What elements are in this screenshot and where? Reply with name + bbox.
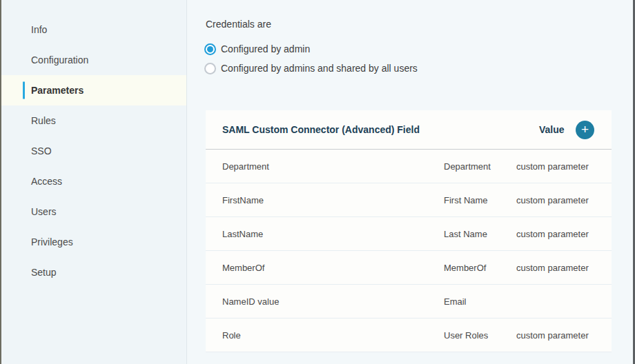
table-row[interactable]: LastName Last Name custom parameter [206, 217, 612, 251]
app-window: Info Configuration Parameters Rules SSO [0, 0, 635, 364]
sidebar-item[interactable]: Users [1, 196, 186, 227]
cell-value: First Name [444, 195, 516, 205]
cell-value: User Roles [444, 330, 516, 341]
table-row[interactable]: FirstName First Name custom parameter [206, 183, 612, 217]
sidebar-item[interactable]: Rules [1, 105, 186, 136]
sidebar-item-label: Rules [31, 115, 56, 126]
sidebar-item-label: SSO [31, 145, 52, 156]
cell-field: FirstName [206, 195, 444, 205]
table-row[interactable]: MemberOf MemberOf custom parameter [206, 251, 612, 285]
credentials-radio-group: Configured by admin Configured by admins… [204, 39, 418, 78]
sidebar-item-label: Setup [31, 267, 57, 278]
parameters-table: SAML Custom Connector (Advanced) Field V… [206, 110, 612, 352]
cell-field: Role [206, 330, 444, 341]
cell-param-type: custom parameter [516, 195, 612, 205]
cell-field: NameID value [206, 296, 444, 307]
radio-dot [207, 46, 213, 52]
sidebar-item[interactable]: Access [1, 166, 186, 196]
sidebar-item-label: Users [31, 206, 57, 217]
cell-param-type: custom parameter [516, 330, 612, 341]
sidebar-item-label: Configuration [31, 54, 88, 65]
cell-param-type: custom parameter [516, 229, 612, 239]
table-header-row: SAML Custom Connector (Advanced) Field V… [206, 110, 612, 150]
sidebar-nav: Info Configuration Parameters Rules SSO [1, 0, 187, 364]
radio-button-icon[interactable] [204, 43, 216, 55]
radio-button-icon[interactable] [204, 63, 216, 74]
cell-param-type: custom parameter [516, 161, 612, 172]
cell-value: Last Name [444, 229, 516, 239]
credentials-label: Credentials are [206, 19, 271, 30]
plus-icon: + [581, 123, 589, 136]
sidebar-item[interactable]: Info [1, 14, 186, 45]
table-row[interactable]: NameID value Email [206, 285, 612, 318]
sidebar-item-label: Access [31, 176, 62, 187]
table-body: Department Department custom parameter F… [206, 150, 612, 352]
radio-option[interactable]: Configured by admin [204, 39, 418, 59]
cell-field: MemberOf [206, 263, 444, 273]
table-row[interactable]: Department Department custom parameter [206, 150, 612, 183]
sidebar-item[interactable]: Setup [1, 257, 186, 287]
cell-value: MemberOf [444, 263, 516, 273]
sidebar-item-label: Parameters [31, 85, 84, 96]
sidebar-item-label: Privileges [31, 236, 73, 247]
table-row[interactable]: Role User Roles custom parameter [206, 318, 612, 352]
sidebar-item[interactable]: Privileges [1, 227, 186, 257]
radio-option-label: Configured by admin [221, 43, 310, 54]
sidebar-item[interactable]: SSO [1, 136, 186, 166]
radio-option[interactable]: Configured by admins and shared by all u… [204, 59, 418, 78]
sidebar-item[interactable]: Configuration [1, 45, 186, 75]
cell-field: LastName [206, 229, 444, 239]
window-border-left [0, 0, 1, 364]
cell-value: Department [444, 161, 516, 172]
radio-option-label: Configured by admins and shared by all u… [221, 63, 418, 74]
sidebar-item-label: Info [31, 24, 47, 35]
cell-param-type: custom parameter [516, 263, 612, 273]
active-tab-indicator [23, 82, 25, 99]
cell-field: Department [206, 161, 444, 172]
cell-value: Email [444, 296, 516, 307]
main-content: Credentials are Configured by admin Conf… [188, 0, 633, 364]
sidebar-item[interactable]: Parameters [1, 75, 186, 105]
add-parameter-button[interactable]: + [576, 121, 594, 139]
column-header-field: SAML Custom Connector (Advanced) Field [206, 124, 539, 135]
